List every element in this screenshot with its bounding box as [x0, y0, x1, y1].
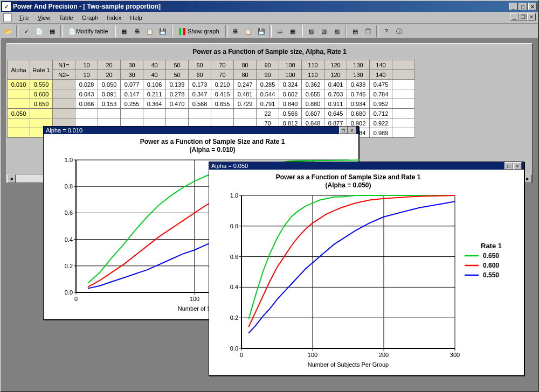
print-icon[interactable]: 🖶 — [131, 25, 143, 37]
svg-text:0.0: 0.0 — [65, 289, 73, 296]
menu-help[interactable]: Help — [126, 13, 147, 22]
mdi-restore-button[interactable]: ❐ — [519, 13, 527, 20]
svg-text:0.4: 0.4 — [230, 284, 238, 290]
cascade-icon[interactable]: ❐ — [362, 25, 374, 37]
main-window: ✓ Power And Precision - [ Two-sample pro… — [0, 0, 539, 392]
chart1-max-button[interactable]: □ — [339, 127, 348, 134]
mdi-close-button[interactable]: × — [527, 13, 536, 20]
save-icon[interactable]: 💾 — [157, 25, 169, 37]
svg-text:0.4: 0.4 — [65, 236, 73, 243]
titlebar: ✓ Power And Precision - [ Two-sample pro… — [1, 1, 538, 12]
modify-table-button[interactable]: 📄 Modify table — [65, 25, 112, 37]
modify-table-label: Modify table — [76, 28, 108, 34]
menu-table[interactable]: Table — [54, 13, 77, 22]
svg-text:0.650: 0.650 — [483, 252, 499, 260]
svg-text:300: 300 — [450, 352, 460, 358]
svg-text:0.550: 0.550 — [483, 271, 499, 279]
mdi-icon[interactable] — [3, 13, 12, 22]
menubar: File View Table Graph Index Help _ ❐ × — [1, 12, 538, 24]
copy-icon[interactable]: 📋 — [144, 25, 156, 37]
svg-text:100: 100 — [308, 352, 317, 358]
grid-icon[interactable]: ▦ — [46, 25, 58, 37]
svg-text:Power as a Function of Sample : Power as a Function of Sample Size and R… — [276, 173, 421, 181]
copy2-icon[interactable]: 📋 — [243, 25, 254, 37]
chart2-body: Power as a Function of Sample Size and R… — [209, 170, 524, 375]
hatch1-icon[interactable]: ▨ — [305, 25, 317, 37]
show-graph-label: Show graph — [188, 28, 219, 34]
content-area: Power as a Function of Sample size, Alph… — [1, 39, 538, 391]
chart2-titlebar[interactable]: Alpha = 0.050 □ × — [209, 162, 524, 170]
toolbar: 📂 ✓ 📄 ▦ 📄 Modify table ▦ 🖶 📋 💾 ▌▌ Show g… — [1, 24, 538, 39]
info-icon[interactable]: ⓘ — [393, 25, 405, 37]
svg-text:0.2: 0.2 — [65, 263, 73, 269]
svg-text:0.6: 0.6 — [65, 209, 73, 216]
chart2-svg: Power as a Function of Sample Size and R… — [209, 170, 525, 374]
chart2-close-button[interactable]: × — [513, 162, 522, 170]
doc-title: Power as a Function of Sample size, Alph… — [7, 44, 532, 60]
chart2-title: Alpha = 0.050 — [211, 163, 248, 169]
mdi-minimize-button[interactable]: _ — [510, 13, 519, 20]
menu-file[interactable]: File — [15, 13, 33, 22]
table-icon[interactable]: ▦ — [118, 25, 130, 37]
svg-text:1.0: 1.0 — [65, 157, 73, 163]
svg-text:0.0: 0.0 — [230, 345, 238, 352]
menu-index[interactable]: Index — [102, 13, 126, 22]
chart1-titlebar[interactable]: Alpha = 0.010 □ × — [44, 127, 358, 134]
svg-text:0: 0 — [74, 296, 78, 302]
app-icon: ✓ — [2, 2, 11, 11]
box1-icon[interactable]: ▭ — [274, 25, 286, 37]
chart1-close-button[interactable]: × — [348, 127, 356, 134]
show-graph-button[interactable]: ▌▌ Show graph — [175, 25, 223, 37]
svg-text:0.8: 0.8 — [230, 223, 238, 229]
svg-text:Rate 1: Rate 1 — [481, 242, 502, 250]
hatch2-icon[interactable]: ▧ — [318, 25, 330, 37]
svg-text:(Alpha = 0.050): (Alpha = 0.050) — [325, 181, 371, 189]
save2-icon[interactable]: 💾 — [255, 25, 267, 37]
svg-text:Number of Subjects Per Group: Number of Subjects Per Group — [308, 361, 389, 368]
help-icon[interactable]: ? — [381, 25, 392, 37]
chart-window-alpha-050[interactable]: Alpha = 0.050 □ × Power as a Function of… — [209, 162, 524, 376]
window-title: Power And Precision - [ Two-sample propo… — [13, 3, 509, 10]
chart2-max-button[interactable]: □ — [505, 162, 513, 170]
svg-text:0: 0 — [240, 352, 243, 358]
svg-text:200: 200 — [379, 352, 389, 358]
doc-icon[interactable]: 📄 — [33, 25, 45, 37]
menu-view[interactable]: View — [33, 13, 55, 22]
hatch3-icon[interactable]: ▨ — [331, 25, 343, 37]
svg-text:0.2: 0.2 — [230, 314, 238, 321]
svg-text:1.0: 1.0 — [230, 192, 238, 199]
svg-text:0.6: 0.6 — [230, 254, 238, 260]
svg-text:(Alpha = 0.010): (Alpha = 0.010) — [189, 146, 235, 153]
print2-icon[interactable]: 🖶 — [230, 25, 241, 37]
rows-icon[interactable]: ▤ — [349, 25, 361, 37]
check-icon[interactable]: ✓ — [20, 25, 32, 37]
minimize-button[interactable]: _ — [509, 3, 517, 10]
close-button[interactable]: × — [528, 3, 537, 10]
maximize-button[interactable]: □ — [519, 3, 527, 10]
menu-graph[interactable]: Graph — [78, 13, 103, 22]
scroll-left-icon[interactable]: ◄ — [7, 174, 16, 183]
svg-text:Power as a Function of Sample : Power as a Function of Sample Size and R… — [140, 138, 285, 145]
svg-text:0.8: 0.8 — [65, 183, 73, 190]
svg-text:100: 100 — [190, 296, 199, 302]
open-icon[interactable]: 📂 — [2, 25, 14, 37]
chart1-title: Alpha = 0.010 — [46, 127, 82, 134]
svg-text:0.600: 0.600 — [483, 262, 499, 269]
box2-icon[interactable]: ▦ — [287, 25, 299, 37]
